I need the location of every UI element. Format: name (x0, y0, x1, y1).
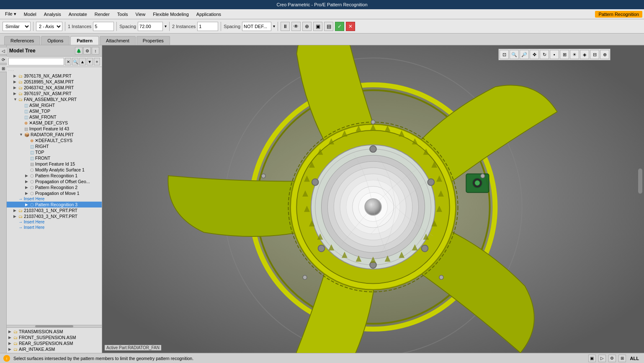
menu-annotate[interactable]: Annotate (65, 11, 90, 18)
tree-item-front[interactable]: ◫ FRONT (7, 155, 102, 161)
tree-item-fan-assembly[interactable]: ▼ 🗂 FAN_ASSEMBLY_NX.PRT (7, 96, 102, 102)
viewport-scrollbar[interactable] (638, 169, 642, 194)
status-btn-2[interactable]: ▷ (598, 355, 606, 362)
tree-item-21037403-3[interactable]: ▶ 🗂 21037403_3_NX_PRT.PRT (7, 213, 102, 219)
tree-item-default-csys[interactable]: ⊕ ✕DEFAULT_CSYS (7, 137, 102, 143)
menu-render[interactable]: Render (91, 11, 113, 18)
vp-btn-view1[interactable]: ▪ (550, 50, 559, 59)
tree-item-import-feat-15[interactable]: ▤ Import Feature Id 15 (7, 161, 102, 167)
vp-btn-orient[interactable]: ⊕ (600, 50, 609, 59)
vp-btn-zoom-area[interactable]: ⊡ (500, 50, 509, 59)
menu-applications[interactable]: Applications (193, 11, 224, 18)
collapsed-front-suspension[interactable]: ▶ 🗂 FRONT_SUSPENSION.ASM (7, 334, 102, 340)
axis-select[interactable]: 2 - Axis 1 - Axis 3 - Axis (36, 22, 62, 31)
pause-button[interactable]: ⏸ (281, 22, 290, 31)
tree-toggle-20463742[interactable]: ▶ (13, 86, 18, 90)
tree-item-20463742[interactable]: ▶ 🗂 20463742_NX_ASM.PRT (7, 85, 102, 91)
tree-toggle-pattern3[interactable]: ▶ (25, 202, 30, 207)
tree-toggle-3976178[interactable]: ▶ (13, 74, 18, 78)
tree-item-3976197[interactable]: ▶ 🗂 3976197_NX_ASM.PRT (7, 91, 102, 96)
tree-item-3976178[interactable]: ▶ 🗂 3976178_NX_ASM.PRT (7, 73, 102, 79)
menu-analysis[interactable]: Analysis (41, 11, 64, 18)
instance2-input[interactable] (197, 22, 218, 31)
sidebar-settings-btn[interactable]: ⚙ (83, 47, 91, 54)
tab-attachment[interactable]: Attachment (100, 36, 136, 45)
eye-button[interactable]: 👁 (291, 22, 301, 31)
sidebar-expand-btn[interactable]: ↕ (92, 47, 99, 54)
tree-item-import-feat-43[interactable]: ▤ Import Feature Id 43 (7, 126, 102, 132)
tree-toggle-3976197[interactable]: ▶ (13, 91, 18, 96)
tree-item-modify-analytic[interactable]: ⬡ Modify Analytic Surface 1 (7, 167, 102, 173)
tree-toggle-21037403-3[interactable]: ▶ (13, 214, 18, 218)
zoom-button[interactable]: ⊕ (302, 22, 312, 31)
status-btn-4[interactable]: ⊞ (618, 355, 626, 362)
search-clear-btn[interactable]: ✕ (65, 58, 71, 65)
tree-item-propagation-1[interactable]: ▶ ⬡ Propagation of Offset Geo... (7, 179, 102, 184)
tree-toggle-pattern1[interactable]: ▶ (25, 174, 30, 178)
vp-btn-perspective[interactable]: ◈ (580, 50, 589, 59)
tree-item-asm-def-csys[interactable]: ⊕ ✕ASM_DEF_CSYS (7, 120, 102, 126)
search-input[interactable] (8, 58, 64, 65)
square2-button[interactable]: ▤ (324, 22, 333, 31)
menu-model[interactable]: Model (21, 11, 40, 18)
viewport[interactable]: ⊡ 🔍 🔎 ✥ ↻ ▪ ⊞ ☀ ◈ ⊟ ⊕ Active Part:RADIAT… (102, 45, 644, 353)
left-btn-1[interactable]: ◁ (0, 47, 7, 54)
insert-here-2[interactable]: → Insert Here (7, 219, 102, 225)
tree-item-asm-right[interactable]: ◫ ASM_RIGHT (7, 102, 102, 108)
menu-view[interactable]: View (132, 11, 149, 18)
tree-item-asm-front[interactable]: ◫ ASM_FRONT (7, 114, 102, 120)
search-add-btn[interactable]: + (94, 58, 100, 65)
menu-pattern-recognition[interactable]: Pattern Recognition (595, 11, 642, 18)
tab-properties[interactable]: Properties (137, 36, 170, 45)
menu-flexible-modeling[interactable]: Flexible Modeling (149, 11, 192, 18)
tree-toggle-20518985[interactable]: ▶ (13, 80, 18, 84)
collapsed-transmission[interactable]: ▶ 🗂 TRANSMISSION.ASM (7, 329, 102, 334)
tree-toggle-prop2[interactable]: ▶ (25, 191, 30, 195)
tree-item-propagation-2[interactable]: ▶ ⬡ Propagation of Move 1 (7, 190, 102, 196)
vp-btn-zoom-in[interactable]: 🔍 (510, 50, 519, 59)
left-btn-3[interactable]: ⊞ (0, 65, 7, 72)
status-btn-3[interactable]: ⚙ (608, 355, 616, 362)
tab-options[interactable]: Options (41, 36, 70, 45)
tab-pattern[interactable]: Pattern (70, 36, 99, 45)
tree-toggle-pattern2[interactable]: ▶ (25, 185, 30, 189)
collapsed-rear-suspension[interactable]: ▶ 🗂 REAR_SUSPENSION.ASM (7, 340, 102, 346)
confirm-button[interactable]: ✓ (335, 22, 344, 31)
search-prev-btn[interactable]: ▲ (79, 58, 85, 65)
spacing2-input[interactable] (242, 22, 271, 31)
tree-item-21037403-1[interactable]: ▶ 🗂 21037403_1_NX_PRT.PRT (7, 207, 102, 213)
tree-item-pattern-rec-3[interactable]: ▶ ⬡ Pattern Recognition 3 (7, 202, 102, 207)
vp-btn-lighting[interactable]: ☀ (570, 50, 579, 59)
tree-item-radiator-fan[interactable]: ▼ 📦 RADIATOR_FAN.PRT (7, 132, 102, 137)
vp-btn-zoom-out[interactable]: 🔎 (520, 50, 529, 59)
status-btn-1[interactable]: ▣ (588, 355, 596, 362)
tree-item-pattern-rec-2[interactable]: ▶ ⬡ Pattern Recognition 2 (7, 184, 102, 190)
vp-btn-rotate[interactable]: ↻ (540, 50, 549, 59)
tree-item-top[interactable]: ◫ TOP (7, 149, 102, 155)
insert-here-3[interactable]: → Insert Here (7, 225, 102, 230)
tab-references[interactable]: References (4, 36, 40, 45)
tree-item-right[interactable]: ◫ RIGHT (7, 143, 102, 149)
tree-item-20518985[interactable]: ▶ 🗂 20518985_NX_ASM.PRT (7, 79, 102, 85)
insert-here-1[interactable]: → Insert Here (7, 196, 102, 202)
instance1-input[interactable] (93, 22, 114, 31)
menu-tools[interactable]: Tools (114, 11, 131, 18)
tree-toggle-fan-assembly[interactable]: ▼ (13, 97, 18, 101)
tree-item-pattern-rec-1[interactable]: ▶ ⬡ Pattern Recognition 1 (7, 173, 102, 179)
square1-button[interactable]: ▣ (313, 22, 322, 31)
vp-btn-section[interactable]: ⊟ (590, 50, 599, 59)
vp-btn-view2[interactable]: ⊞ (560, 50, 569, 59)
type-select[interactable]: Similar Identical Mirror (3, 22, 31, 31)
vp-btn-pan[interactable]: ✥ (530, 50, 539, 59)
cancel-button[interactable]: ✕ (346, 22, 355, 31)
tree-toggle-prop1[interactable]: ▶ (25, 179, 30, 184)
collapsed-air-intake[interactable]: ▶ 🗂 AIR_INTAKE.ASM (7, 346, 102, 352)
tree-toggle-radiator-fan[interactable]: ▼ (19, 132, 24, 137)
left-btn-2[interactable]: ⟳ (0, 56, 7, 63)
menu-file[interactable]: File ▾ (2, 10, 20, 18)
sidebar-tree-btn[interactable]: 🌲 (75, 47, 82, 54)
tree-item-asm-top[interactable]: ◫ ASM_TOP (7, 108, 102, 114)
search-next-btn[interactable]: ▼ (87, 58, 93, 65)
tree-toggle-21037403-1[interactable]: ▶ (13, 208, 18, 213)
spacing1-input[interactable] (138, 22, 163, 31)
